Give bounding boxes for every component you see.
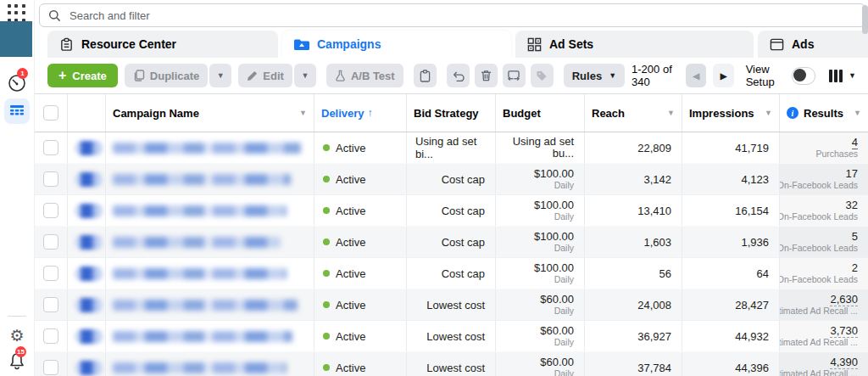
campaign-active-toggle[interactable] <box>75 172 103 187</box>
impressions-value: 4,123 <box>682 164 780 194</box>
chevron-down-icon: ▼ <box>296 109 307 117</box>
column-header-delivery[interactable]: Delivery ↑ <box>314 94 407 132</box>
sort-ascending-icon: ↑ <box>368 107 373 119</box>
result-type-label: Purchases <box>815 149 858 159</box>
search-placeholder: Search and filter <box>70 9 150 22</box>
result-value[interactable]: 3,730 <box>830 324 858 338</box>
edit-caret-button[interactable]: ▼ <box>294 64 316 87</box>
campaign-name-redacted[interactable] <box>113 331 292 342</box>
prev-page-button[interactable]: ◀ <box>686 64 706 87</box>
column-header-impressions[interactable]: Impressions▼ <box>682 94 780 132</box>
campaign-active-toggle[interactable] <box>75 361 103 375</box>
result-value[interactable]: 32 <box>846 199 858 211</box>
campaign-active-toggle[interactable] <box>75 329 103 344</box>
tab-ad-sets[interactable]: Ad Sets <box>515 31 754 58</box>
result-value[interactable]: 17 <box>846 167 858 180</box>
result-value[interactable]: 2 <box>852 261 858 274</box>
row-checkbox[interactable] <box>43 140 58 155</box>
column-header-reach[interactable]: Reach▼ <box>585 94 682 132</box>
select-all-checkbox-cell <box>34 94 68 132</box>
row-checkbox[interactable] <box>43 171 58 187</box>
main-content: Search and filter Resource Center Campai… <box>34 0 868 376</box>
reach-value: 24,008 <box>585 289 682 320</box>
delivery-status: Active <box>336 299 365 311</box>
edit-split-button: Edit ▼ <box>238 64 316 87</box>
row-checkbox[interactable] <box>43 203 58 218</box>
result-value[interactable]: 5 <box>852 230 858 243</box>
results-cell: 17 On-Facebook Leads <box>780 164 868 194</box>
campaign-name-redacted[interactable] <box>113 268 287 279</box>
row-checkbox[interactable] <box>43 266 58 281</box>
campaign-name-redacted[interactable] <box>113 362 287 373</box>
column-header-bid-strategy[interactable]: Bid Strategy <box>407 94 496 132</box>
active-status-dot <box>323 301 330 308</box>
campaigns-table-nav-icon[interactable] <box>4 98 30 124</box>
tab-ads[interactable]: Ads <box>758 31 868 58</box>
delivery-status: Active <box>336 142 365 154</box>
active-status-dot <box>323 239 330 245</box>
result-type-label: On-Facebook Leads <box>780 274 858 284</box>
duplicate-button[interactable]: Duplicate <box>125 64 209 87</box>
flask-icon <box>335 70 346 81</box>
budget-period: Daily <box>554 243 574 253</box>
rules-dropdown-button[interactable]: Rules ▼ <box>564 64 625 87</box>
apps-menu-icon[interactable] <box>8 4 26 23</box>
paste-button[interactable] <box>414 64 437 87</box>
export-compare-button[interactable] <box>503 64 526 87</box>
campaign-name-redacted[interactable] <box>113 143 301 154</box>
table-row: Active Lowest cost $60.00 Daily 24,008 2… <box>34 289 868 321</box>
search-input[interactable]: Search and filter <box>39 3 865 27</box>
adsets-grid-icon <box>527 37 542 52</box>
campaign-name-redacted[interactable] <box>113 237 281 248</box>
result-value[interactable]: 2,630 <box>830 293 858 306</box>
scrollbar-thumb[interactable] <box>862 5 868 34</box>
results-cell: 2 On-Facebook Leads <box>780 258 868 289</box>
results-cell: 4,390 Estimated Ad Recall ... <box>780 352 868 376</box>
campaign-active-toggle[interactable] <box>75 298 103 312</box>
next-page-button[interactable]: ▶ <box>713 64 733 87</box>
undo-button[interactable] <box>447 64 470 87</box>
create-button[interactable]: + Create <box>47 64 118 87</box>
bid-strategy-value: Lowest cost <box>407 321 496 351</box>
table-row: Active Cost cap $100.00 Daily 56 64 2 On… <box>34 258 868 289</box>
result-value[interactable]: 4,390 <box>830 356 858 369</box>
settings-gear-icon[interactable]: ⚙ <box>8 327 26 345</box>
campaign-active-toggle[interactable] <box>75 235 103 250</box>
reach-value: 36,927 <box>585 321 682 351</box>
result-type-label: Estimated Ad Recall ... <box>780 337 858 347</box>
bid-strategy-value: Cost cap <box>407 195 496 226</box>
campaign-active-toggle[interactable] <box>75 204 103 218</box>
result-value[interactable]: 4 <box>852 136 858 149</box>
tag-button[interactable] <box>531 64 554 87</box>
select-all-checkbox[interactable] <box>43 105 58 121</box>
campaign-name-redacted[interactable] <box>113 174 291 185</box>
budget-period: Daily <box>554 368 574 376</box>
delivery-status: Active <box>336 173 365 186</box>
column-header-budget[interactable]: Budget <box>496 94 585 132</box>
chevron-down-icon: ▼ <box>217 71 225 80</box>
column-header-results[interactable]: i Results▼ <box>780 94 868 132</box>
business-avatar[interactable] <box>0 21 32 57</box>
chevron-down-icon: ▼ <box>850 109 861 117</box>
campaign-active-toggle[interactable] <box>75 141 103 155</box>
duplicate-caret-button[interactable]: ▼ <box>209 64 231 87</box>
campaign-active-toggle[interactable] <box>75 267 103 281</box>
row-checkbox[interactable] <box>43 360 58 375</box>
row-checkbox[interactable] <box>43 328 58 344</box>
campaign-name-redacted[interactable] <box>113 205 287 216</box>
bid-strategy-value: Using ad set bi... <box>407 132 496 163</box>
result-type-label: On-Facebook Leads <box>780 211 858 222</box>
tab-resource-center[interactable]: Resource Center <box>47 31 278 58</box>
view-setup-toggle[interactable] <box>792 67 815 85</box>
reach-value: 56 <box>585 258 682 289</box>
row-checkbox[interactable] <box>43 234 58 250</box>
ab-test-button[interactable]: A/B Test <box>326 64 403 87</box>
edit-button[interactable]: Edit <box>238 64 292 87</box>
results-cell: 32 On-Facebook Leads <box>780 195 868 226</box>
tab-campaigns[interactable]: Campaigns <box>282 31 511 58</box>
columns-button[interactable]: ▼ <box>826 64 860 87</box>
delete-button[interactable] <box>475 64 498 87</box>
campaign-name-redacted[interactable] <box>113 300 298 311</box>
row-checkbox[interactable] <box>43 297 58 312</box>
column-header-campaign-name[interactable]: Campaign Name ▼ <box>106 94 314 132</box>
